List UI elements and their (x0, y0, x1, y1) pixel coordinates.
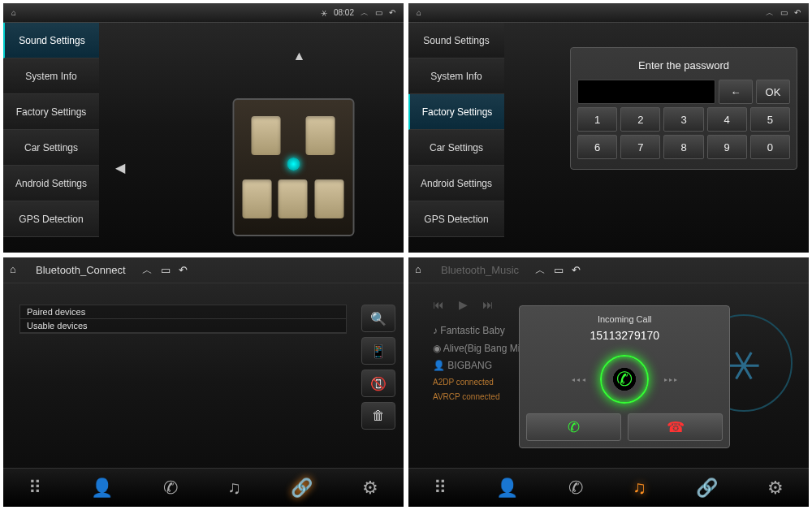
up-caret-icon[interactable]: ︿ (766, 7, 774, 19)
back-icon[interactable]: ↶ (179, 264, 188, 276)
password-dialog: Enter the password ← OK 1 2 3 4 5 6 7 8 … (570, 47, 797, 170)
nav-music-icon[interactable]: ♫ (633, 478, 646, 499)
trash-icon: 🗑 (372, 408, 385, 423)
up-caret-icon[interactable]: ︿ (142, 263, 153, 278)
nav-link-icon[interactable]: 🔗 (696, 478, 718, 499)
back-icon[interactable]: ↶ (389, 8, 395, 17)
sidebar-item-car[interactable]: Car Settings (408, 130, 504, 166)
menu-icon[interactable]: ▭ (554, 264, 564, 276)
call-ring-icon: ✆ ◂ ◂ ◂▸ ▸ ▸ (600, 355, 649, 404)
home-icon[interactable]: ⌂ (11, 8, 16, 17)
sidebar-item-factory[interactable]: Factory Settings (408, 94, 504, 130)
backspace-button[interactable]: ← (719, 80, 753, 104)
search-icon: 🔍 (370, 311, 387, 326)
bluetooth-icon: ⚹ (321, 8, 327, 18)
sidebar-item-system[interactable]: System Info (3, 58, 99, 94)
key-8[interactable]: 8 (663, 135, 703, 159)
panel-bluetooth-music: ⌂ Bluetooth_Music ︿ ▭ ↶ ⏮ ▶ ⏭ ♪ Fantasti… (408, 257, 809, 507)
key-5[interactable]: 5 (750, 107, 790, 132)
panel-sound-settings: ⌂ ⚹ 08:02 ︿ ▭ ↶ Sound Settings System In… (3, 3, 404, 253)
sidebar-item-android[interactable]: Android Settings (3, 166, 99, 201)
sidebar-item-factory[interactable]: Factory Settings (3, 94, 99, 130)
status-bar: ⌂ ︿ ▭ ↶ (408, 3, 809, 23)
password-area: Enter the password ← OK 1 2 3 4 5 6 7 8 … (504, 23, 809, 253)
page-title: Bluetooth_Music (441, 264, 519, 276)
sidebar-item-system[interactable]: System Info (408, 58, 504, 94)
device-list: Paired devices Usable devices (19, 305, 347, 334)
sidebar-item-android[interactable]: Android Settings (408, 166, 504, 201)
key-4[interactable]: 4 (707, 107, 747, 132)
sidebar-item-sound[interactable]: Sound Settings (3, 23, 99, 58)
nav-link-icon[interactable]: 🔗 (291, 478, 313, 499)
key-0[interactable]: 0 (750, 135, 790, 159)
clock: 08:02 (334, 8, 354, 17)
nav-music-icon[interactable]: ♫ (227, 478, 241, 499)
password-input[interactable] (577, 80, 715, 104)
nav-dialpad-icon[interactable]: ⠿ (28, 478, 41, 499)
nav-contacts-icon[interactable]: 👤 (91, 478, 113, 499)
menu-icon[interactable]: ▭ (375, 8, 382, 17)
menu-icon[interactable]: ▭ (161, 264, 171, 276)
phone-connect-icon: 📱 (370, 344, 387, 359)
search-button[interactable]: 🔍 (361, 305, 395, 332)
nav-settings-icon[interactable]: ⚙ (362, 478, 378, 499)
phone-disconnect-icon: 📵 (370, 376, 387, 391)
nav-settings-icon[interactable]: ⚙ (767, 478, 784, 499)
key-9[interactable]: 9 (707, 135, 747, 159)
key-7[interactable]: 7 (620, 135, 660, 159)
next-track-icon[interactable]: ⏭ (482, 298, 494, 311)
prev-track-icon[interactable]: ⏮ (433, 298, 444, 311)
delete-button[interactable]: 🗑 (361, 402, 395, 430)
menu-icon[interactable]: ▭ (780, 8, 788, 17)
usable-devices-header[interactable]: Usable devices (20, 319, 346, 333)
reject-call-button[interactable]: ☎ (628, 413, 723, 441)
bt-header: ⌂ Bluetooth_Connect ︿ ▭ ↶ (3, 257, 404, 283)
play-icon[interactable]: ▶ (459, 298, 468, 311)
disconnect-button[interactable]: 📵 (361, 370, 395, 397)
home-icon[interactable]: ⌂ (417, 8, 421, 17)
phone-reject-icon: ☎ (667, 418, 685, 436)
panel-factory-password: ⌂ ︿ ▭ ↶ Sound Settings System Info Facto… (408, 3, 809, 253)
action-buttons: 🔍 📱 📵 🗑 (361, 305, 395, 430)
bt-header: ⌂ Bluetooth_Music ︿ ▭ ↶ (408, 257, 809, 283)
key-1[interactable]: 1 (577, 107, 617, 132)
caller-number: 15113279170 (526, 326, 723, 350)
arrow-left[interactable]: ◀ (115, 159, 125, 175)
phone-accept-icon: ✆ (568, 418, 580, 436)
nav-calls-icon[interactable]: ✆ (568, 478, 583, 499)
balance-point-icon[interactable] (287, 158, 300, 171)
panel-bluetooth-connect: ⌂ Bluetooth_Connect ︿ ▭ ↶ Paired devices… (3, 257, 404, 507)
home-icon[interactable]: ⌂ (415, 263, 433, 278)
back-icon[interactable]: ↶ (572, 264, 581, 276)
page-title: Bluetooth_Connect (36, 264, 126, 276)
arrow-up[interactable]: ▲ (293, 49, 306, 63)
ok-button[interactable]: OK (756, 80, 790, 104)
settings-sidebar: Sound Settings System Info Factory Setti… (3, 23, 99, 253)
up-caret-icon[interactable]: ︿ (535, 263, 546, 278)
key-6[interactable]: 6 (577, 135, 617, 159)
settings-sidebar: Sound Settings System Info Factory Setti… (408, 23, 504, 253)
sidebar-item-gps[interactable]: GPS Detection (408, 201, 504, 237)
status-bar: ⌂ ⚹ 08:02 ︿ ▭ ↶ (3, 3, 404, 23)
bottom-nav: ⠿ 👤 ✆ ♫ 🔗 ⚙ (3, 468, 404, 507)
up-caret-icon[interactable]: ︿ (361, 7, 369, 19)
nav-dialpad-icon[interactable]: ⠿ (434, 478, 447, 499)
incoming-call-dialog: Incoming Call 15113279170 ✆ ◂ ◂ ◂▸ ▸ ▸ ✆… (519, 305, 730, 448)
connect-button[interactable]: 📱 (361, 337, 395, 365)
nav-contacts-icon[interactable]: 👤 (496, 478, 518, 499)
car-interior[interactable] (232, 98, 354, 236)
sidebar-item-sound[interactable]: Sound Settings (408, 23, 504, 58)
back-icon[interactable]: ↶ (794, 8, 801, 17)
key-3[interactable]: 3 (663, 107, 703, 132)
call-label: Incoming Call (526, 313, 723, 326)
dialog-title: Enter the password (577, 54, 790, 80)
nav-calls-icon[interactable]: ✆ (163, 478, 178, 499)
paired-devices-header[interactable]: Paired devices (20, 305, 346, 319)
sidebar-item-gps[interactable]: GPS Detection (3, 201, 99, 237)
fader-balance-area: ▲ ▼ ◀ ▶ ┇┇┇ Default (99, 42, 404, 253)
bottom-nav: ⠿ 👤 ✆ ♫ 🔗 ⚙ (408, 468, 809, 507)
sidebar-item-car[interactable]: Car Settings (3, 130, 99, 166)
home-icon[interactable]: ⌂ (10, 263, 28, 278)
key-2[interactable]: 2 (620, 107, 660, 132)
accept-call-button[interactable]: ✆ (526, 413, 621, 441)
